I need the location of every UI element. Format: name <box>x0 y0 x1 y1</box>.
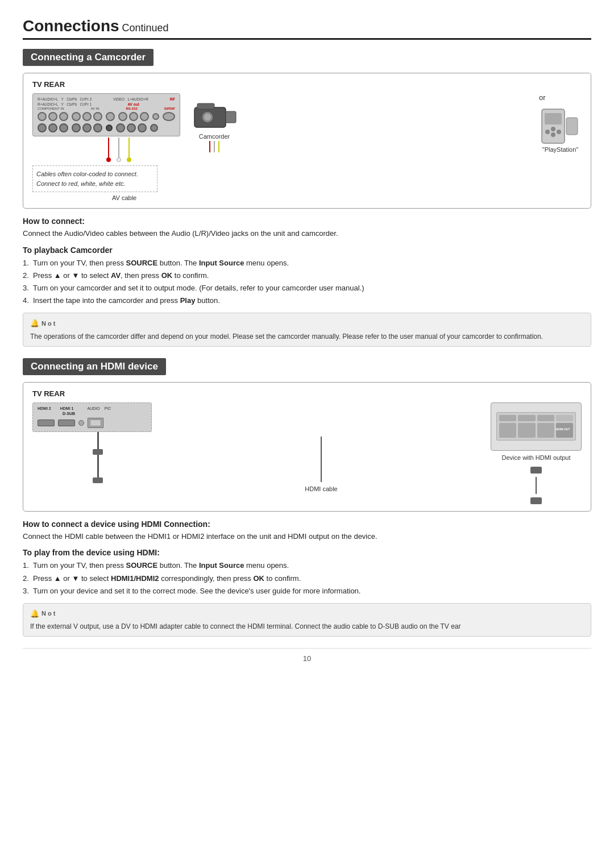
hdmi-step-1: 1. Turn on your TV, then press SOURCE bu… <box>23 559 591 572</box>
svg-point-3 <box>204 114 211 121</box>
rf-label: RF <box>170 97 175 101</box>
note-title-2: 🔔 N o t <box>30 608 584 620</box>
svg-point-8 <box>551 132 555 137</box>
spdif-label: S/PDIF <box>164 107 175 110</box>
tv-rear-label-2: TV REAR <box>32 389 582 398</box>
page-title: Connections Continued <box>23 17 591 40</box>
svg-rect-11 <box>566 118 578 135</box>
to-playback-heading: To playback Camcorder <box>23 246 591 255</box>
hdmi-steps: 1. Turn on your TV, then press SOURCE bu… <box>23 559 591 597</box>
how-to-connect-hdmi-text: Connect the HDMI cable between the HDMI1… <box>23 531 591 543</box>
how-to-connect-section: How to connect: Connect the Audio/Video … <box>23 217 591 240</box>
how-to-connect-hdmi-section: How to connect a device using HDMI Conne… <box>23 520 591 543</box>
or-text: or <box>539 93 546 102</box>
title-suffix: Continued <box>119 22 169 34</box>
note-box-1: 🔔 N o t The operations of the camcorder … <box>23 313 591 347</box>
step-4: 4. Insert the tape into the camcorder an… <box>23 294 591 307</box>
step-3: 3. Turn on your camcorder and set it to … <box>23 282 591 294</box>
hdmi-device-area: HDMI OUT Device with HDMI output <box>491 402 582 504</box>
note-title-1: 🔔 N o t <box>30 318 584 329</box>
svg-point-9 <box>557 130 561 134</box>
svg-rect-1 <box>226 111 236 123</box>
camcorder-area: Camcorder <box>192 99 237 152</box>
av-in-label: AV IN <box>90 107 99 110</box>
right-device-area: Camcorder or <box>192 93 582 153</box>
title-text: Connections <box>23 17 119 35</box>
svg-rect-4 <box>197 103 214 109</box>
tv-panel-camcorder: R+AUDIO+L Y Cb/Pb Cr/Pr 2 VIDEO L+AUDIO+… <box>32 93 180 201</box>
playback-steps: 1. Turn on your TV, then press SOURCE bu… <box>23 257 591 307</box>
cable-description: Cables often color-coded to connect. Con… <box>32 165 157 192</box>
section2-header: Connecting an HDMI device <box>23 358 166 375</box>
section-hdmi: Connecting an HDMI device TV REAR HDMI 2… <box>23 358 591 637</box>
hdmi-tv-panel: HDMI 2 HDMI 1 AUDIO PIC D-SUB <box>32 402 152 483</box>
note-text-1: The operations of the camcorder differ a… <box>30 331 584 342</box>
device-label: Device with HDMI output <box>501 454 570 461</box>
step-1: 1. Turn on your TV, then press SOURCE bu… <box>23 257 591 269</box>
svg-point-7 <box>545 130 550 134</box>
device-box: HDMI OUT <box>491 402 582 451</box>
camcorder-diagram-box: TV REAR R+AUDIO+L Y Cb/Pb Cr/Pr 2 VIDEO … <box>23 73 591 209</box>
camcorder-label: Camcorder <box>199 133 230 140</box>
to-play-hdmi-section: To play from the device using HDMI: 1. T… <box>23 548 591 597</box>
how-to-connect-text: Connect the Audio/Video cables between t… <box>23 228 591 240</box>
svg-point-10 <box>551 127 555 131</box>
hdmi-step-2: 2. Press ▲ or ▼ to select HDMI1/HDMI2 co… <box>23 572 591 585</box>
how-to-connect-heading: How to connect: <box>23 217 591 226</box>
hdmi-diagram-box: TV REAR HDMI 2 HDMI 1 AUDIO PIC <box>23 382 591 512</box>
section1-header: Connecting a Camcorder <box>23 49 154 66</box>
dsub-label: D-SUB <box>63 412 75 416</box>
section-camcorder: Connecting a Camcorder TV REAR R+AUDIO+L… <box>23 49 591 347</box>
hdmi-cable-label: HDMI cable <box>305 485 337 492</box>
note-box-2: 🔔 N o t If the external V output, use a … <box>23 603 591 637</box>
note-text-2: If the external V output, use a DV to HD… <box>30 621 584 632</box>
av-cable-label: AV cable <box>32 194 180 201</box>
how-to-connect-hdmi-heading: How to connect a device using HDMI Conne… <box>23 520 591 529</box>
component-in-label: COMPONENT IN <box>38 107 64 110</box>
page-number: 10 <box>23 648 591 663</box>
playstation-label: "PlayStation" <box>542 146 578 153</box>
hdmi-cable-area: HDMI cable <box>169 437 474 492</box>
svg-rect-6 <box>545 113 562 124</box>
camcorder-icon <box>192 99 237 133</box>
to-playback-section: To playback Camcorder 1. Turn on your TV… <box>23 246 591 307</box>
hdmi-step-3: 3. Turn on your device and set it to the… <box>23 585 591 597</box>
playstation-icon <box>539 106 582 146</box>
to-play-hdmi-heading: To play from the device using HDMI: <box>23 548 591 557</box>
av-out-label: AV out <box>127 102 139 106</box>
tv-rear-label-1: TV REAR <box>32 80 582 89</box>
step-2: 2. Press ▲ or ▼ to select AV, then press… <box>23 269 591 282</box>
rs232-label: RS-232 <box>126 107 137 110</box>
or-playstation-area: or "PlayStation" <box>539 93 582 153</box>
